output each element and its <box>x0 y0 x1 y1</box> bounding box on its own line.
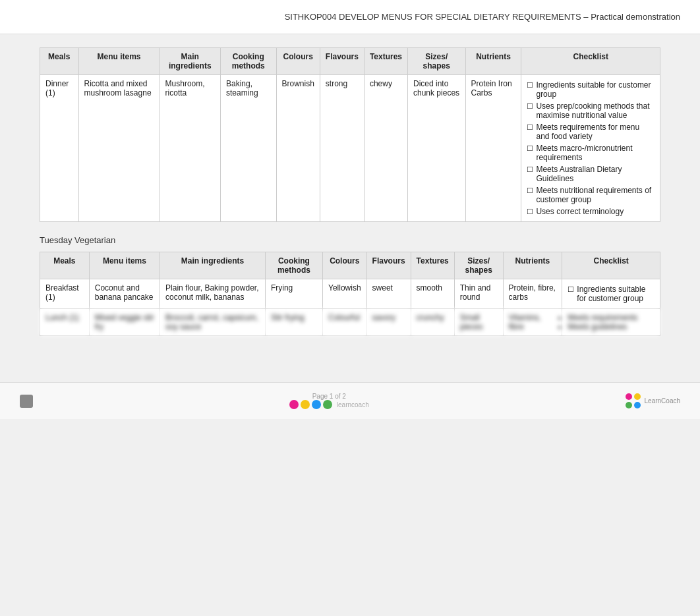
cell-meals: Breakfast (1) <box>40 279 90 309</box>
header-title: SITHKOP004 DEVELOP MENUS FOR SPECIAL DIE… <box>285 12 680 22</box>
section2-title: Tuesday Vegetarian <box>40 235 660 245</box>
right-logo-dots <box>626 393 641 408</box>
table-row blurred-row: Lunch (1) Mixed veggie stir fry Broccoli… <box>40 309 660 336</box>
checklist-item: Uses correct terminology <box>527 206 655 217</box>
cell-flavours: sweet <box>366 279 411 309</box>
checklist-item: Meets Australian Dietary Guidelines <box>527 163 655 184</box>
footer: Page 1 of 2 learncoach LearnCoach <box>0 382 700 419</box>
footer-logo-text: learncoach <box>337 401 369 408</box>
cell-nutrients: Protein Iron Carbs <box>465 75 521 222</box>
cell-checklist: Ingredients suitable for customer group <box>562 279 660 309</box>
cell-menu-items: Coconut and banana pancake <box>89 279 160 309</box>
col-meals: Meals <box>40 252 90 279</box>
cell-cooking-methods: Frying <box>265 279 322 309</box>
col-menu-items: Menu items <box>78 48 160 75</box>
logo-dot-pink <box>289 400 299 409</box>
col-cooking-methods: Cooking methods <box>220 48 276 75</box>
col-sizes-shapes: Sizes/ shapes <box>454 252 503 279</box>
col-textures: Textures <box>364 48 407 75</box>
cell-textures: chewy <box>364 75 407 222</box>
cell-sizes-shapes: Thin and round <box>454 279 503 309</box>
cell-main-ingredients: Plain flour, Baking powder, coconut milk… <box>160 279 266 309</box>
logo-dot-blue <box>312 400 321 409</box>
col-meals: Meals <box>40 48 79 75</box>
right-dot-1 <box>626 393 632 400</box>
col-colours: Colours <box>276 48 320 75</box>
col-main-ingredients: Main ingredients <box>160 48 220 75</box>
footer-colorful-logo: learncoach <box>289 400 369 409</box>
col-checklist: Checklist <box>521 48 660 75</box>
col-main-ingredients: Main ingredients <box>160 252 266 279</box>
col-nutrients: Nutrients <box>503 252 562 279</box>
cell-cooking-methods: Baking, steaming <box>220 75 276 222</box>
right-dot-4 <box>634 402 641 408</box>
cell-meals: Dinner (1) <box>40 75 79 222</box>
col-menu-items: Menu items <box>89 252 160 279</box>
right-dot-2 <box>634 393 641 400</box>
col-colours: Colours <box>323 252 367 279</box>
col-sizes-shapes: Sizes/ shapes <box>408 48 466 75</box>
col-cooking-methods: Cooking methods <box>265 252 322 279</box>
footer-page-text: Page 1 of 2 <box>312 393 346 400</box>
checklist-item: Ingredients suitable for customer group <box>568 283 655 304</box>
cell-menu-items: Ricotta and mixed mushroom lasagne <box>78 75 160 222</box>
col-checklist: Checklist <box>562 252 660 279</box>
cell-nutrients: Protein, fibre, carbs <box>503 279 562 309</box>
table-row: Breakfast (1) Coconut and banana pancake… <box>40 279 660 309</box>
footer-logo-center: Page 1 of 2 learncoach <box>289 393 369 409</box>
col-textures: Textures <box>411 252 454 279</box>
logo-dot-yellow <box>301 400 310 409</box>
logo-dot-green <box>323 400 332 409</box>
cell-textures: smooth <box>411 279 454 309</box>
checklist-item: Ingredients suitable for customer group <box>527 79 655 100</box>
col-flavours: Flavours <box>366 252 411 279</box>
col-flavours: Flavours <box>320 48 364 75</box>
checklist-item: Meets nutritional requirements of custom… <box>527 184 655 206</box>
cell-colours: Yellowish <box>323 279 367 309</box>
right-logo-text: LearnCoach <box>645 397 680 405</box>
cell-sizes-shapes: Diced into chunk pieces <box>408 75 466 222</box>
table-1: Meals Menu items Main ingredients Cookin… <box>40 47 660 222</box>
right-dot-3 <box>626 402 632 408</box>
footer-logo-left <box>20 395 33 408</box>
checklist-item: Meets macro-/micronutrient requirements <box>527 142 655 163</box>
cell-main-ingredients: Mushroom, ricotta <box>160 75 220 222</box>
table-row: Dinner (1) Ricotta and mixed mushroom la… <box>40 75 660 222</box>
table-2: Meals Menu items Main ingredients Cookin… <box>40 252 660 336</box>
col-nutrients: Nutrients <box>465 48 521 75</box>
checklist-item: Meets requirements for menu and food var… <box>527 121 655 142</box>
footer-logo-right: LearnCoach <box>626 393 680 408</box>
cell-colours: Brownish <box>276 75 320 222</box>
header-bar: SITHKOP004 DEVELOP MENUS FOR SPECIAL DIE… <box>0 0 700 34</box>
checklist-item: Uses prep/cooking methods that maximise … <box>527 100 655 121</box>
cell-checklist: Ingredients suitable for customer group … <box>521 75 660 222</box>
cell-flavours: strong <box>320 75 364 222</box>
